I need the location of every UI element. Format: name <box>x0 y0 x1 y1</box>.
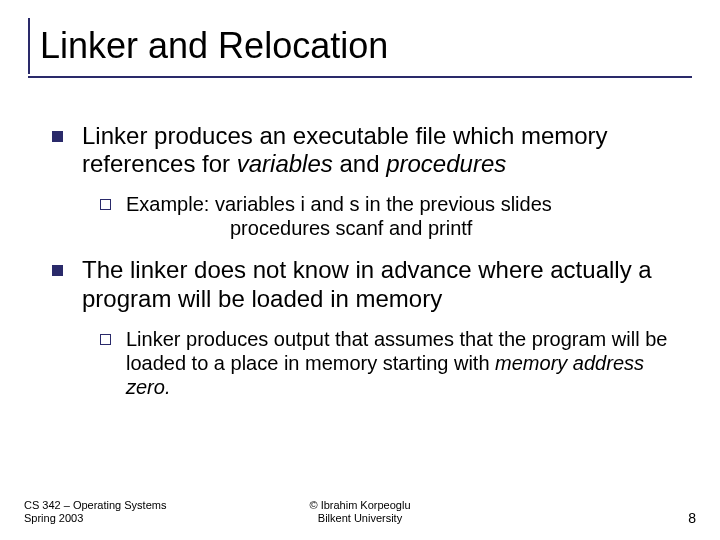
sub-bullet-1: Example: variables i and s in the previo… <box>94 192 680 240</box>
sub-bullet-2: Linker produces output that assumes that… <box>94 327 680 399</box>
sub-list-1: Example: variables i and s in the previo… <box>82 192 680 240</box>
sub-bullet-1-line2: procedures scanf and printf <box>126 216 680 240</box>
footer-right: 8 <box>472 510 696 526</box>
footer-affiliation: Bilkent University <box>318 512 402 524</box>
bullet-list: Linker produces an executable file which… <box>48 122 680 399</box>
slide-title: Linker and Relocation <box>40 18 692 70</box>
bullet-1-mid: and <box>333 150 386 177</box>
slide-footer: CS 342 – Operating Systems Spring 2003 ©… <box>0 499 720 527</box>
bullet-1-italic-1: variables <box>237 150 333 177</box>
bullet-1: Linker produces an executable file which… <box>48 122 680 241</box>
slide-content: Linker produces an executable file which… <box>28 78 692 399</box>
footer-left: CS 342 – Operating Systems Spring 2003 <box>24 499 248 527</box>
page-number: 8 <box>688 510 696 526</box>
sub-bullet-1-line1: Example: variables i and s in the previo… <box>126 193 552 215</box>
bullet-1-italic-2: procedures <box>386 150 506 177</box>
bullet-2: The linker does not know in advance wher… <box>48 256 680 399</box>
bullet-2-text: The linker does not know in advance wher… <box>82 256 652 311</box>
title-block: Linker and Relocation <box>28 18 692 74</box>
footer-term: Spring 2003 <box>24 512 83 524</box>
footer-author: © Ibrahim Korpeoglu <box>309 499 410 511</box>
footer-course: CS 342 – Operating Systems <box>24 499 166 511</box>
footer-center: © Ibrahim Korpeoglu Bilkent University <box>248 499 472 527</box>
slide: Linker and Relocation Linker produces an… <box>0 0 720 540</box>
sub-list-2: Linker produces output that assumes that… <box>82 327 680 399</box>
